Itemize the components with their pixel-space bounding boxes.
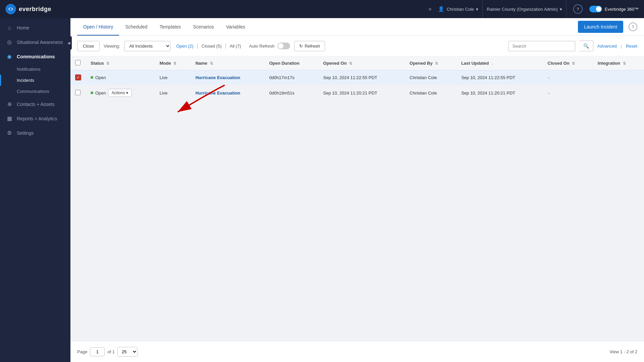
sidebar-collapse-button[interactable]: ◀ xyxy=(66,36,72,50)
page-of-label: of 1 xyxy=(107,349,115,354)
sidebar-item-reports-label: Reports + Analytics xyxy=(17,116,57,121)
filter-select[interactable]: All Incidents Open Incidents Closed Inci… xyxy=(124,41,171,51)
row1-integration xyxy=(593,70,644,85)
tab-actions: Launch Incident ? xyxy=(578,21,637,33)
pagination-bar: Page of 1 25 10 50 100 View 1 - 2 of 2 xyxy=(70,341,644,362)
row1-incident-name[interactable]: Hurricane Evacuation xyxy=(196,75,240,80)
opened-on-sort-icon: ⇅ xyxy=(349,61,352,65)
reset-link[interactable]: Reset xyxy=(626,44,637,49)
tab-scheduled[interactable]: Scheduled xyxy=(119,18,153,36)
situational-awareness-icon: ◎ xyxy=(6,39,13,45)
logo-text: everbridge xyxy=(19,6,51,13)
row2-last-updated: Sep 10, 2024 11:20:21 PDT xyxy=(457,85,543,101)
launch-incident-button[interactable]: Launch Incident xyxy=(578,21,623,33)
sidebar-sub-incidents[interactable]: Incidents xyxy=(0,75,70,86)
header-opened-on[interactable]: Opened On ⇅ xyxy=(319,56,405,70)
header-status[interactable]: Status ⇅ xyxy=(86,56,155,70)
header-last-updated[interactable]: Last Updated ↓ xyxy=(457,56,543,70)
table-row: Open Actions ▾ Live Hurricane Evacuation… xyxy=(70,85,644,101)
per-page-select[interactable]: 25 10 50 100 xyxy=(117,347,138,357)
user-menu[interactable]: 👤 Christian Cole ▾ xyxy=(438,6,478,12)
select-all-checkbox[interactable] xyxy=(75,60,80,65)
row1-checkbox[interactable]: ✓ xyxy=(75,74,81,80)
header-checkbox-cell xyxy=(70,56,86,70)
org-menu[interactable]: Rainier County (Organization Admin) ▾ xyxy=(482,0,567,18)
sidebar: ◀ ⌂ Home ◎ Situational Awareness ◉ Commu… xyxy=(0,18,70,362)
row2-checkbox-cell xyxy=(70,85,86,101)
refresh-button[interactable]: ↻ Refresh xyxy=(294,41,325,51)
header-integration[interactable]: Integration ⇅ xyxy=(593,56,644,70)
sidebar-sub-communications[interactable]: Communications xyxy=(0,86,70,97)
header-opened-by[interactable]: Opened By ⇅ xyxy=(405,56,457,70)
row2-checkbox[interactable] xyxy=(75,90,80,95)
row2-incident-name[interactable]: Hurricane Evacuation xyxy=(196,90,240,96)
tab-open-history[interactable]: Open / History xyxy=(77,18,119,36)
all-count[interactable]: All (7) xyxy=(230,44,241,49)
row1-closed-on: – xyxy=(543,70,593,85)
header-open-duration[interactable]: Open Duration xyxy=(265,56,319,70)
contacts-icon: ⊕ xyxy=(6,101,13,107)
sidebar-item-home-label: Home xyxy=(17,25,29,31)
table-row: ✓ Open Live Hurricane Evacuation 0 xyxy=(70,70,644,85)
product-toggle-switch[interactable] xyxy=(589,6,602,12)
search-icon: 🔍 xyxy=(583,43,589,49)
filter-counts: Open (2) | Closed (5) | All (7) xyxy=(176,43,241,49)
header-name[interactable]: Name ⇅ xyxy=(191,56,265,70)
auto-refresh-group: Auto Refresh xyxy=(249,43,290,49)
communications-icon: ◉ xyxy=(6,53,13,60)
page-input[interactable] xyxy=(90,347,105,356)
row2-opened-on: Sep 10, 2024 11:20:21 PDT xyxy=(319,85,405,101)
advanced-link[interactable]: Advanced xyxy=(597,44,617,49)
nav-arrows[interactable]: » xyxy=(426,5,434,13)
status-sort-icon: ⇅ xyxy=(106,61,109,65)
viewing-label: Viewing: xyxy=(104,44,120,49)
auto-refresh-toggle[interactable] xyxy=(277,43,290,49)
last-updated-sort-icon: ↓ xyxy=(491,61,493,65)
sidebar-sub-notifications[interactable]: Notifications xyxy=(0,64,70,75)
row2-integration xyxy=(593,85,644,101)
actions-chevron-icon: ▾ xyxy=(126,90,128,95)
row2-opened-by: Christian Cole xyxy=(405,85,457,101)
logo-area: everbridge xyxy=(5,4,51,14)
row1-mode: Live xyxy=(155,70,191,85)
product-toggle: Everbridge 360™ xyxy=(589,6,639,12)
refresh-icon: ↻ xyxy=(299,44,303,49)
row1-name-cell: Hurricane Evacuation xyxy=(191,70,265,85)
everbridge-logo[interactable] xyxy=(5,4,16,14)
closed-count[interactable]: Closed (5) xyxy=(202,44,222,49)
tabs-container: Open / History Scheduled Templates Scena… xyxy=(77,18,251,36)
row1-opened-by: Christian Cole xyxy=(405,70,457,85)
row1-opened-on: Sep 10, 2024 11:22:55 PDT xyxy=(319,70,405,85)
row2-status-text: Open xyxy=(95,90,106,96)
tab-variables[interactable]: Variables xyxy=(220,18,251,36)
sidebar-item-home[interactable]: ⌂ Home xyxy=(0,21,70,35)
search-button[interactable]: 🔍 xyxy=(579,41,593,51)
header-closed-on[interactable]: Closed On ⇅ xyxy=(543,56,593,70)
tab-bar: Open / History Scheduled Templates Scena… xyxy=(70,18,644,36)
mode-sort-icon: ⇅ xyxy=(173,61,176,65)
sidebar-item-contacts-assets[interactable]: ⊕ Contacts + Assets xyxy=(0,97,70,111)
tab-help-button[interactable]: ? xyxy=(629,22,637,31)
close-button[interactable]: Close xyxy=(77,41,100,51)
open-count[interactable]: Open (2) xyxy=(176,44,193,49)
sidebar-item-contacts-label: Contacts + Assets xyxy=(17,102,54,107)
tab-templates[interactable]: Templates xyxy=(154,18,187,36)
help-button[interactable]: ? xyxy=(573,4,583,14)
row1-last-updated: Sep 10, 2024 11:22:55 PDT xyxy=(457,70,543,85)
tab-scenarios[interactable]: Scenarios xyxy=(187,18,220,36)
page-label: Page xyxy=(77,349,87,354)
search-input[interactable] xyxy=(508,41,575,51)
sidebar-item-communications[interactable]: ◉ Communications xyxy=(0,49,70,64)
row2-duration: 0d0h19m51s xyxy=(265,85,319,101)
row1-checkbox-cell: ✓ xyxy=(70,70,86,85)
row2-actions-button[interactable]: Actions ▾ xyxy=(108,89,132,97)
row1-status-dot xyxy=(91,76,93,79)
sidebar-item-sa-label: Situational Awareness xyxy=(17,40,63,45)
name-sort-icon: ⇅ xyxy=(210,61,213,65)
opened-by-sort-icon: ⇅ xyxy=(435,61,438,65)
header-mode[interactable]: Mode ⇅ xyxy=(155,56,191,70)
sidebar-item-reports-analytics[interactable]: ▦ Reports + Analytics xyxy=(0,111,70,126)
sidebar-item-settings[interactable]: ⚙ Settings xyxy=(0,126,70,140)
sidebar-item-situational-awareness[interactable]: ◎ Situational Awareness xyxy=(0,35,70,49)
main-layout: ◀ ⌂ Home ◎ Situational Awareness ◉ Commu… xyxy=(0,18,644,362)
